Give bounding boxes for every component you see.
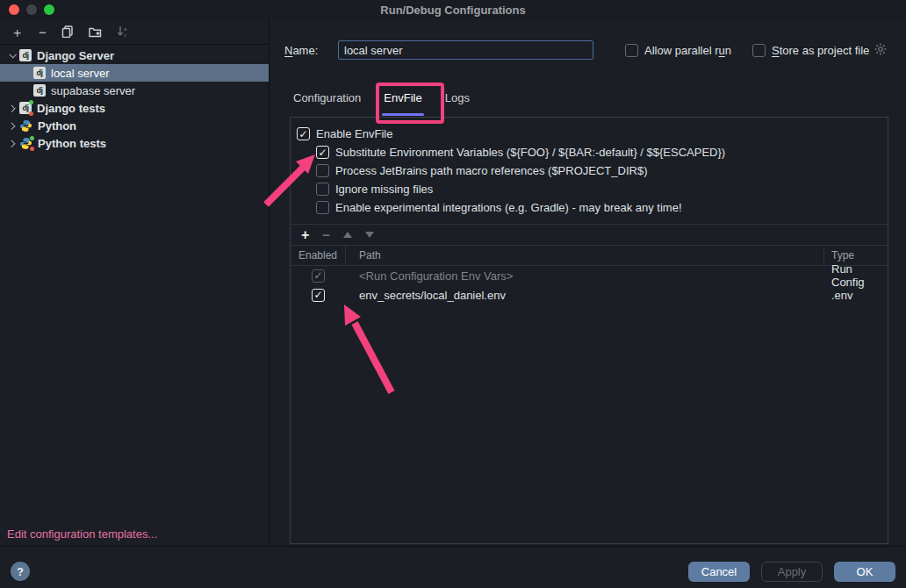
ignore-missing-files-option[interactable]: Ignore missing files [316,180,888,198]
chevron-right-icon[interactable] [5,105,19,111]
chevron-right-icon[interactable] [5,140,19,146]
remove-configuration-icon[interactable]: − [39,25,47,39]
gear-icon[interactable] [874,43,887,58]
table-header: Enabled Path Type [291,246,888,266]
experimental-integrations-checkbox[interactable] [316,201,329,214]
column-path: Path [346,246,824,265]
configuration-tree: dj Django Server dj local server dj supa… [0,45,269,152]
tree-item-python[interactable]: Python [0,117,269,134]
row-type: .env [824,289,888,302]
row-enabled-checkbox [312,269,325,283]
svg-text:z: z [124,32,126,38]
window-title: Run/Debug Configurations [0,4,906,17]
substitute-env-vars-checkbox[interactable] [316,146,329,159]
table-row[interactable]: env_secrets/local_daniel.env .env [291,285,888,305]
chevron-down-icon[interactable] [5,53,19,58]
table-toolbar: + − [291,225,888,246]
process-path-macro-checkbox[interactable] [316,164,329,177]
sort-configurations-icon[interactable]: az [117,25,129,38]
process-path-macro-option[interactable]: Process JetBrains path macro references … [316,161,888,180]
enable-envfile-checkbox[interactable] [297,127,310,140]
table-row[interactable]: <Run Configuration Env Vars> Run Config [291,266,888,285]
new-folder-icon[interactable] [89,26,102,38]
store-as-project-file-checkbox[interactable] [752,44,766,57]
tree-item-django-server[interactable]: dj Django Server [0,47,269,64]
enable-envfile-option[interactable]: Enable EnvFile [297,125,888,143]
name-row: Name: Allow parallel run Store as projec… [284,40,895,60]
chevron-right-icon[interactable] [5,123,19,128]
remove-env-file-icon[interactable]: − [322,228,330,241]
name-input[interactable] [338,40,593,60]
tree-item-local-server[interactable]: dj local server [0,64,269,82]
django-tests-icon: dj [19,102,32,114]
envfile-options: Enable EnvFile Substitute Environment Va… [291,118,888,217]
titlebar: Run/Debug Configurations [0,0,906,19]
tab-bar: Configuration EnvFile Logs [293,91,493,116]
run-debug-configurations-dialog: Run/Debug Configurations ＋ − az dj Djang… [0,0,906,588]
tab-configuration[interactable]: Configuration [293,91,361,116]
tab-envfile[interactable]: EnvFile [384,91,421,116]
ok-button[interactable]: OK [834,562,895,582]
row-enabled-checkbox[interactable] [312,289,325,302]
add-configuration-icon[interactable]: ＋ [11,25,24,39]
envfile-tab-panel: Enable EnvFile Substitute Environment Va… [290,117,888,544]
move-up-icon[interactable] [343,232,352,238]
configurations-sidebar: ＋ − az dj Django Server dj local server [0,19,270,546]
ignore-missing-files-checkbox[interactable] [316,183,329,196]
row-path: <Run Configuration Env Vars> [346,269,824,283]
python-icon [19,119,32,133]
move-down-icon[interactable] [365,232,374,238]
dialog-footer: ? Cancel Apply OK [0,546,906,588]
add-env-file-icon[interactable]: + [301,228,309,242]
django-icon: dj [33,84,46,97]
substitute-env-vars-option[interactable]: Substitute Environment Variables (${FOO}… [316,143,888,161]
tree-item-django-tests[interactable]: dj Django tests [0,99,269,117]
store-as-project-file-label: Store as project file [772,44,869,57]
allow-parallel-run-label: Allow parallel run [644,44,731,57]
django-icon: dj [33,67,46,79]
tree-item-python-tests[interactable]: Python tests [0,134,269,152]
sidebar-toolbar: ＋ − az [0,19,269,45]
row-type: Run Config [824,262,888,289]
copy-configuration-icon[interactable] [61,25,74,38]
django-icon: dj [19,49,32,61]
name-label: Name: [284,44,338,57]
tree-item-supabase-server[interactable]: dj supabase server [0,82,269,99]
cancel-button[interactable]: Cancel [688,562,750,582]
edit-configuration-templates-link[interactable]: Edit configuration templates... [7,527,157,541]
apply-button[interactable]: Apply [761,562,823,582]
env-files-table: + − Enabled Path Type <Run Configuration… [291,224,888,543]
experimental-integrations-option[interactable]: Enable experimental integrations (e.g. G… [316,198,888,217]
row-path: env_secrets/local_daniel.env [346,289,824,302]
help-button[interactable]: ? [11,562,30,581]
svg-text:a: a [124,26,127,32]
python-tests-icon [19,137,32,150]
column-enabled: Enabled [291,246,346,265]
tab-logs[interactable]: Logs [445,91,470,116]
allow-parallel-run-checkbox[interactable] [625,44,638,57]
